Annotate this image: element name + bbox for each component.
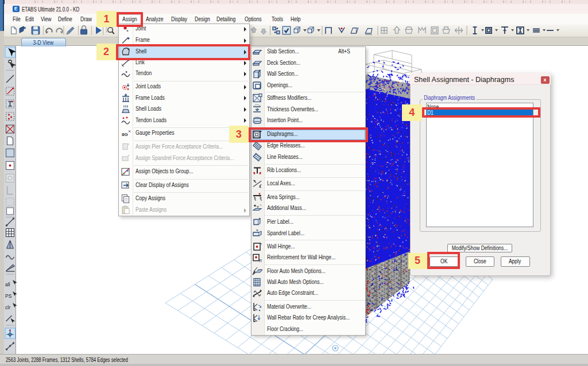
svg-text:all: all (5, 282, 10, 287)
svg-text:PS: PS (5, 293, 12, 299)
svg-text:clr: clr (5, 305, 10, 310)
